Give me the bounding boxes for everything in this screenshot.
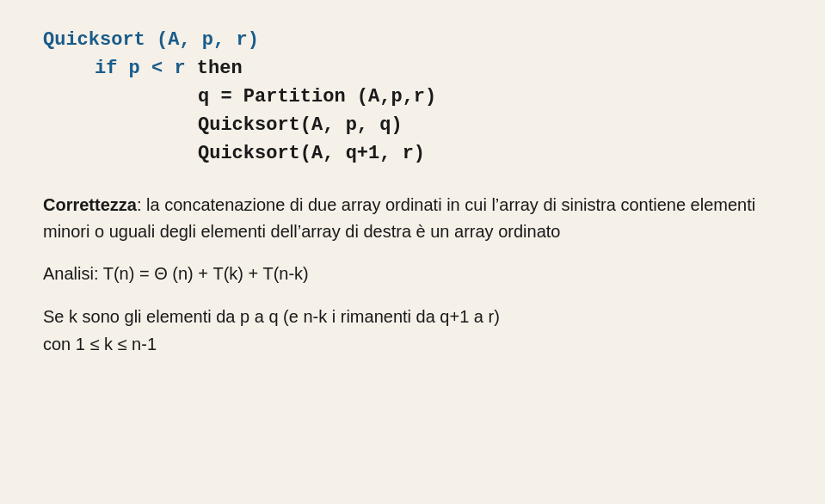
analisi-section: Analisi: T(n) = Θ (n) + T(k) + T(n-k): [43, 261, 782, 287]
finale-section: Se k sono gli elementi da p a q (e n-k i…: [43, 303, 782, 358]
partition-line: q = Partition (A,p,r): [198, 86, 436, 108]
quicksort-pq-line: Quicksort(A, p, q): [198, 114, 403, 136]
analisi-label: Analisi: [43, 264, 94, 283]
correttezza-text: : la concatenazione di due array ordinat…: [43, 195, 755, 241]
page-container: Quicksort (A, p, r) if p < r then q = Pa…: [0, 0, 825, 504]
code-line-4: Quicksort(A, p, q): [43, 111, 782, 139]
quicksort-q1r-line: Quicksort(A, q+1, r): [198, 143, 425, 164]
finale-line1: Se k sono gli elementi da p a q (e n-k i…: [43, 303, 782, 330]
quicksort-label: Quicksort (A, p, r): [43, 29, 259, 51]
then-keyword: then: [197, 58, 243, 79]
correttezza-section: Correttezza: la concatenazione di due ar…: [43, 192, 782, 245]
code-section: Quicksort (A, p, r) if p < r then q = Pa…: [43, 26, 782, 168]
if-prefix: if p < r: [95, 58, 197, 79]
correttezza-label: Correttezza: [43, 195, 137, 214]
code-line-5: Quicksort(A, q+1, r): [43, 139, 782, 168]
analisi-text: : T(n) = Θ (n) + T(k) + T(n-k): [94, 264, 309, 283]
code-line-2: if p < r then: [43, 54, 782, 83]
code-line-1: Quicksort (A, p, r): [43, 26, 782, 54]
code-line-3: q = Partition (A,p,r): [43, 83, 782, 111]
finale-line2: con 1 ≤ k ≤ n-1: [43, 330, 782, 358]
